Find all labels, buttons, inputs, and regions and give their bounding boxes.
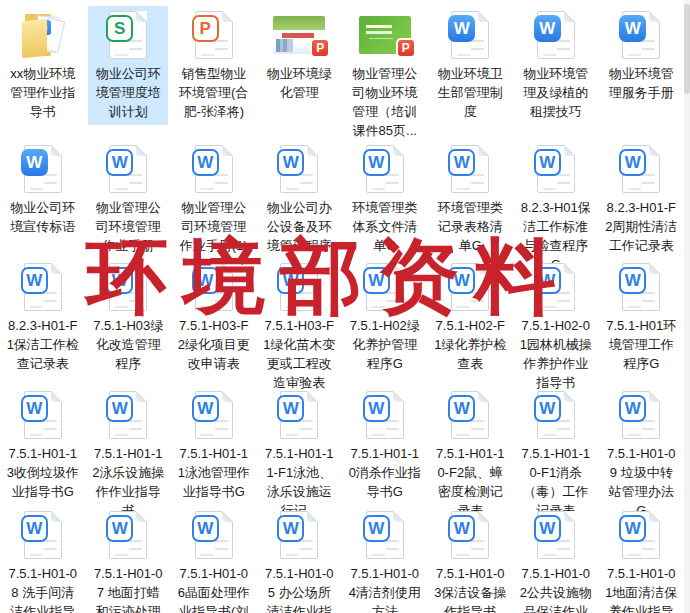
file-item[interactable]: W7.5.1-H01-02公共设施物品保洁作业指导书 xyxy=(513,506,599,613)
file-item[interactable]: W7.5.1-H01-01地面清洁保养作业指导书 xyxy=(599,506,685,613)
file-item-body[interactable]: W7.5.1-H01-01地面清洁保养作业指导书 xyxy=(601,506,681,613)
file-item[interactable]: W7.5.1-H01-10-F2鼠、蟑密度检测记录表 xyxy=(428,386,514,506)
file-item[interactable]: W7.5.1-H01-13收倒垃圾作业指导书G xyxy=(0,386,86,506)
file-item[interactable]: W物业管理公司环境管理作业手册(1) xyxy=(171,140,257,258)
file-item[interactable]: W8.2.3-H01-F2周期性清洁工作记录表 xyxy=(599,140,685,258)
file-item-body[interactable]: W物业环境卫生部管理制度 xyxy=(430,6,510,125)
file-item[interactable]: W物业环境管理服务手册 xyxy=(599,6,685,140)
file-item-body[interactable]: W7.5.1-H01-04清洁剂使用方法 xyxy=(345,506,425,613)
file-item-body[interactable]: W物业环境管理服务手册 xyxy=(601,6,681,106)
file-item-body[interactable]: W8.2.3-H01-F2周期性清洁工作记录表 xyxy=(601,140,681,259)
file-item[interactable]: P物业环境绿化管理 xyxy=(257,6,343,140)
file-item[interactable]: W8.2.3-H01-F1保洁工作检查记录表 xyxy=(0,258,86,386)
file-item[interactable]: P物业管理公司物业环境管理（培训课件85页... xyxy=(342,6,428,140)
file-item-body[interactable]: W7.5.1-H01-03保洁设备操作指导书 xyxy=(430,506,510,613)
page-text-lines xyxy=(642,40,655,42)
file-item[interactable]: P销售型物业环境管理(合肥-张泽将) xyxy=(171,6,257,140)
file-item[interactable]: W7.5.1-H02-01园林机械操作养护作业指导书 xyxy=(513,258,599,386)
file-item-body[interactable]: W7.5.1-H02绿化养护管理程序G xyxy=(345,258,425,377)
file-item[interactable]: W7.5.1-H01-09 垃圾中转站管理办法G xyxy=(599,386,685,506)
file-item-body[interactable]: W物业管理公司环境管理作业手册(1) xyxy=(174,140,254,259)
file-item[interactable]: W7.5.1-H01-10-F1消杀（毒）工作记录表 xyxy=(513,386,599,506)
file-item[interactable]: W7.5.1-H01-06晶面处理作业指导书(刘忠生) xyxy=(171,506,257,613)
file-item[interactable]: W7.5.1-H02绿化养护管理程序G xyxy=(342,258,428,386)
file-item[interactable]: W环境管理类体系文件清单G xyxy=(342,140,428,258)
file-item-body[interactable]: W7.5.1-H01-07 地面打蜡和污迹处理作业指... xyxy=(88,506,168,613)
file-item-body[interactable]: W物业公司环境宣传标语 xyxy=(3,140,83,240)
document-page: W xyxy=(451,391,489,439)
file-label: 7.5.1-H01-10消杀作业指导书G xyxy=(348,444,422,501)
file-item-body[interactable]: Nxx物业环境管理作业指导书 xyxy=(3,6,83,125)
file-item-body[interactable]: W7.5.1-H02-01园林机械操作养护作业指导书 xyxy=(516,258,596,396)
file-item[interactable]: W7.5.1-H01-12泳乐设施操作作业指导书 xyxy=(86,386,172,506)
file-item-body[interactable]: W环境管理类体系文件清单G xyxy=(345,140,425,259)
page-text-lines xyxy=(642,420,655,422)
file-item[interactable]: W物业管理公司环境管理作业手册 xyxy=(86,140,172,258)
file-item-body[interactable]: W环境管理类记录表格清单G xyxy=(430,140,510,259)
page-fold-corner xyxy=(478,391,489,402)
file-item-body[interactable]: W物业环境管理及绿植的租摆技巧 xyxy=(516,6,596,125)
file-item[interactable]: W7.5.1-H01-05 办公场所清洁作业指导书 xyxy=(257,506,343,613)
file-item[interactable]: W7.5.1-H01-04清洁剂使用方法 xyxy=(342,506,428,613)
page-text-lines xyxy=(471,292,484,294)
word-document-icon: W xyxy=(21,267,48,294)
file-item-body[interactable]: W7.5.1-H01-11泳池管理作业指导书G xyxy=(174,386,254,505)
file-item-body[interactable]: W7.5.1-H01-10消杀作业指导书G xyxy=(345,386,425,505)
scrollbar-thumb[interactable] xyxy=(684,4,690,94)
word-document-icon: W xyxy=(21,515,48,542)
file-icon: W xyxy=(366,261,404,313)
file-item[interactable]: W7.5.1-H01-11-F1泳池、泳乐设施运行记... xyxy=(257,386,343,506)
page-fold-corner xyxy=(136,263,147,274)
file-item-body[interactable]: W7.5.1-H03-F2绿化项目更改申请表 xyxy=(174,258,254,377)
file-item-body[interactable]: W7.5.1-H01-13收倒垃圾作业指导书G xyxy=(3,386,83,505)
file-item[interactable]: W7.5.1-H03-F2绿化项目更改申请表 xyxy=(171,258,257,386)
file-item-body[interactable]: W7.5.1-H01-08 洗手间清洁作业指导书G xyxy=(3,506,83,613)
file-item[interactable]: S物业公司环境管理度培训计划 xyxy=(86,6,172,140)
file-item-body[interactable]: W7.5.1-H01-02公共设施物品保洁作业指导书 xyxy=(516,506,596,613)
file-item-body[interactable]: W7.5.1-H01环境管理工作程序G xyxy=(601,258,681,377)
document-page: W xyxy=(622,391,660,439)
file-item-body[interactable]: W7.5.1-H01-11-F1泳池、泳乐设施运行记... xyxy=(259,386,339,524)
file-item-body[interactable]: P物业管理公司物业环境管理（培训课件85页... xyxy=(345,6,425,144)
file-item[interactable]: W物业环境管理及绿植的租摆技巧 xyxy=(513,6,599,140)
file-item-body[interactable]: W物业管理公司环境管理作业手册 xyxy=(88,140,168,259)
file-item-body[interactable]: P销售型物业环境管理(合肥-张泽将) xyxy=(174,6,254,125)
file-item-body[interactable]: W7.5.1-H02-F1绿化养护检查表 xyxy=(430,258,510,377)
file-item-body[interactable]: W7.5.1-H03-F1绿化苗木变更或工程改造审验表 xyxy=(259,258,339,396)
file-item-body[interactable]: P物业环境绿化管理 xyxy=(259,6,339,106)
file-item[interactable]: W环境管理类记录表格清单G xyxy=(428,140,514,258)
file-item-body[interactable]: W物业公司办公设备及环境管理程序 xyxy=(259,140,339,259)
file-item[interactable]: W物业公司环境宣传标语 xyxy=(0,140,86,258)
file-item[interactable]: W7.5.1-H01-03保洁设备操作指导书 xyxy=(428,506,514,613)
file-item[interactable]: W7.5.1-H01-08 洗手间清洁作业指导书G xyxy=(0,506,86,613)
file-item[interactable]: W7.5.1-H01环境管理工作程序G xyxy=(599,258,685,386)
file-item[interactable]: W7.5.1-H01-10消杀作业指导书G xyxy=(342,386,428,506)
file-item-body[interactable]: W7.5.1-H01-10-F2鼠、蟑密度检测记录表 xyxy=(430,386,510,524)
file-item-body[interactable]: W7.5.1-H01-10-F1消杀（毒）工作记录表 xyxy=(516,386,596,524)
file-item-selected[interactable]: S物业公司环境管理度培训计划 xyxy=(88,6,168,125)
file-item[interactable]: W物业公司办公设备及环境管理程序 xyxy=(257,140,343,258)
file-item-body[interactable]: W7.5.1-H01-05 办公场所清洁作业指导书 xyxy=(259,506,339,613)
word-document-icon: W xyxy=(106,395,133,422)
file-item[interactable]: W7.5.1-H01-11泳池管理作业指导书G xyxy=(171,386,257,506)
file-item-body[interactable]: W7.5.1-H03绿化改造管理程序 xyxy=(88,258,168,377)
file-item[interactable]: W7.5.1-H03绿化改造管理程序 xyxy=(86,258,172,386)
file-item[interactable]: W7.5.1-H01-07 地面打蜡和污迹处理作业指... xyxy=(86,506,172,613)
file-icon: W xyxy=(280,389,318,441)
file-item[interactable]: W7.5.1-H02-F1绿化养护检查表 xyxy=(428,258,514,386)
scrollbar[interactable] xyxy=(684,0,690,613)
file-item[interactable]: W物业环境卫生部管理制度 xyxy=(428,6,514,140)
file-label: 7.5.1-H01-11泳池管理作业指导书G xyxy=(177,444,251,501)
file-item[interactable]: W7.5.1-H03-F1绿化苗木变更或工程改造审验表 xyxy=(257,258,343,386)
page-text-lines xyxy=(44,540,57,542)
file-item-body[interactable]: W7.5.1-H01-06晶面处理作业指导书(刘忠生) xyxy=(174,506,254,613)
word-document-icon: W xyxy=(106,515,133,542)
document-page: W xyxy=(366,391,404,439)
file-item-body[interactable]: W8.2.3-H01-F1保洁工作检查记录表 xyxy=(3,258,83,377)
file-item[interactable]: Nxx物业环境管理作业指导书 xyxy=(0,6,86,140)
file-item-body[interactable]: W7.5.1-H01-12泳乐设施操作作业指导书 xyxy=(88,386,168,524)
file-icon: P xyxy=(273,9,325,61)
document-page: W xyxy=(366,511,404,559)
file-item[interactable]: W8.2.3-H01保洁工作标准与检查程序G xyxy=(513,140,599,258)
file-item-body[interactable]: W7.5.1-H01-09 垃圾中转站管理办法G xyxy=(601,386,681,524)
